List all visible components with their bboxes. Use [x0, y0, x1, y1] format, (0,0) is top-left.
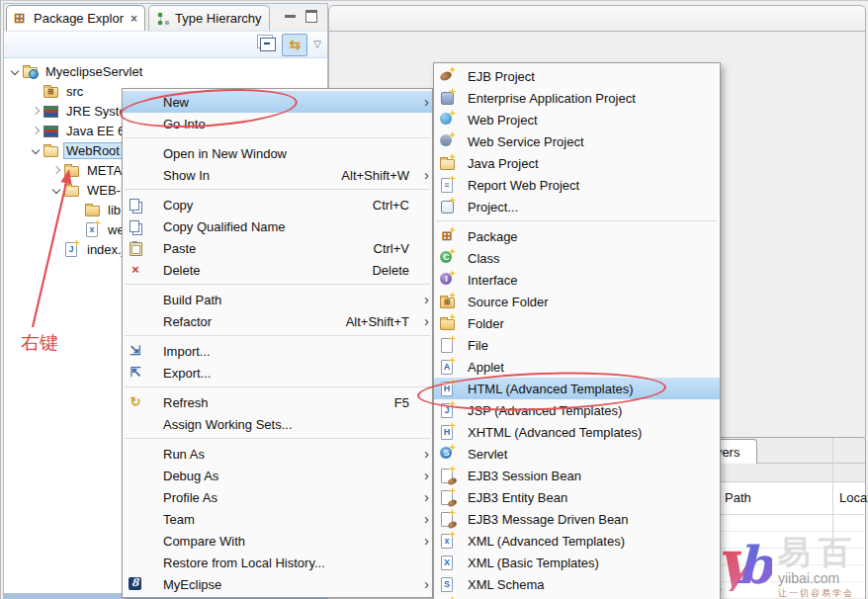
- menu-item-label: Delete: [163, 263, 201, 278]
- menu-separator: [125, 438, 430, 439]
- file-menu-item[interactable]: File: [434, 334, 720, 356]
- menu-item-label: Team: [163, 512, 195, 527]
- copy-qualified-name-menu-item[interactable]: Copy Qualified Name: [123, 215, 432, 237]
- menu-item-label: Report Web Project: [468, 178, 579, 193]
- collapse-all-icon[interactable]: [260, 38, 276, 51]
- view-menu-chevron-icon[interactable]: ▽: [313, 39, 321, 51]
- interface-icon: I: [439, 272, 455, 288]
- java-project-menu-item[interactable]: Java Project: [434, 152, 720, 174]
- folder-menu-item[interactable]: Folder: [434, 312, 720, 334]
- team-menu-item[interactable]: Team›: [123, 508, 432, 530]
- folder-icon: [63, 162, 79, 178]
- menu-item-label: Debug As: [163, 469, 218, 483]
- menu-separator: [125, 386, 430, 387]
- paste-menu-item[interactable]: PasteCtrl+V: [123, 237, 432, 259]
- tab-package-explorer[interactable]: ⊞ Package Explor ×: [6, 5, 145, 31]
- myeclipse-menu-item[interactable]: 8MyEclipse›: [123, 573, 432, 595]
- menu-item-shortcut: Ctrl+C: [373, 198, 419, 213]
- run-as-menu-item[interactable]: Run As›: [123, 443, 432, 465]
- xml-schema-menu-item[interactable]: SXML Schema: [434, 573, 720, 595]
- menu-separator: [125, 189, 430, 190]
- interface-menu-item[interactable]: IInterface: [434, 269, 720, 291]
- enterprise-application-project-menu-item[interactable]: Enterprise Application Project: [434, 87, 720, 109]
- expand-chevron-icon[interactable]: [49, 167, 63, 173]
- ejb-project-icon: [439, 68, 455, 84]
- class-menu-item[interactable]: CClass: [434, 247, 720, 269]
- xml-advanced-templates-menu-item[interactable]: xXML (Advanced Templates): [434, 530, 720, 552]
- link-with-editor-icon[interactable]: ⇆: [282, 34, 307, 56]
- collapse-chevron-icon[interactable]: [8, 68, 22, 74]
- export-menu-item[interactable]: ⇱Export...: [123, 362, 432, 384]
- menu-item-label: Go Into: [163, 117, 206, 131]
- ide-window: ⊞ Package Explor × Type Hierarchy ⇆ ▽ My…: [0, 0, 868, 599]
- menu-item-label: Refactor: [163, 314, 212, 329]
- menu-item-label: Copy Qualified Name: [163, 219, 286, 234]
- menu-item-label: JSP (Advanced Templates): [468, 403, 622, 418]
- icon-slot: [128, 489, 143, 505]
- import-menu-item[interactable]: ⇲Import...: [123, 340, 432, 362]
- refresh-menu-item[interactable]: ↻RefreshF5: [123, 391, 432, 413]
- column-header-path[interactable]: Path: [725, 490, 751, 505]
- collapse-chevron-icon[interactable]: [29, 147, 43, 153]
- menu-separator: [436, 220, 718, 221]
- copy-qualified-icon: [128, 218, 143, 234]
- ejb3-message-driven-bean-menu-item[interactable]: EJB3 Message Driven Bean: [434, 508, 720, 530]
- new-menu-item[interactable]: New›: [123, 91, 432, 113]
- web-project-menu-item[interactable]: Web Project: [434, 109, 720, 130]
- myeclipse-icon: 8: [128, 576, 143, 592]
- menu-item-label: Compare With: [163, 534, 245, 549]
- maximize-icon[interactable]: [305, 10, 317, 23]
- submenu-arrow-icon: ›: [419, 471, 429, 480]
- menu-item-label: Show In: [163, 168, 210, 183]
- servlet-menu-item[interactable]: SServlet: [434, 443, 720, 465]
- compare-with-menu-item[interactable]: Compare With›: [123, 530, 432, 552]
- tab-type-hierarchy[interactable]: Type Hierarchy: [148, 5, 269, 31]
- xhtml-advanced-templates-menu-item[interactable]: HXHTML (Advanced Templates): [434, 421, 720, 443]
- expand-chevron-icon[interactable]: [29, 128, 43, 133]
- item-menu-item[interactable]: [434, 595, 720, 599]
- show-in-menu-item[interactable]: Show InAlt+Shift+W›: [123, 164, 432, 186]
- paste-icon: [128, 240, 143, 256]
- menu-item-label: File: [468, 338, 488, 353]
- ejb3-entity-bean-menu-item[interactable]: EJB3 Entity Bean: [434, 486, 720, 508]
- web-service-project-menu-item[interactable]: Web Service Project: [434, 130, 720, 152]
- refactor-menu-item[interactable]: RefactorAlt+Shift+T›: [123, 310, 432, 332]
- expand-chevron-icon[interactable]: [29, 108, 43, 114]
- debug-as-menu-item[interactable]: Debug As›: [123, 465, 432, 486]
- applet-menu-item[interactable]: AApplet: [434, 356, 720, 378]
- minimize-icon[interactable]: [285, 15, 296, 18]
- folder-icon: [84, 202, 100, 217]
- delete-menu-item[interactable]: ×DeleteDelete: [123, 259, 432, 281]
- column-header-location[interactable]: Locat: [839, 490, 868, 505]
- menu-item-label: Java Project: [468, 156, 539, 171]
- ejb-project-menu-item[interactable]: EJB Project: [434, 65, 720, 87]
- copy-menu-item[interactable]: CopyCtrl+C: [123, 194, 432, 215]
- jsp-file-icon: J: [63, 241, 79, 257]
- package-menu-item[interactable]: ⊞Package: [434, 225, 720, 247]
- report-web-project-menu-item[interactable]: ≡Report Web Project: [434, 174, 720, 196]
- html-advanced-templates-menu-item[interactable]: HHTML (Advanced Templates): [434, 378, 720, 399]
- view-window-buttons: [285, 10, 327, 31]
- column-divider[interactable]: [832, 438, 833, 556]
- watermark-logo-b: b: [737, 534, 772, 597]
- xml-basic-templates-menu-item[interactable]: XXML (Basic Templates): [434, 552, 720, 573]
- jsp-advanced-templates-menu-item[interactable]: JJSP (Advanced Templates): [434, 399, 720, 421]
- enterprise-application-project-icon: [439, 90, 455, 106]
- menu-item-label: MyEclipse: [163, 577, 221, 592]
- icon-slot: [128, 446, 143, 462]
- open-in-new-window-menu-item[interactable]: Open in New Window: [123, 142, 432, 164]
- tree-item-myeclipseservlet[interactable]: MyeclipseServlet: [4, 61, 327, 81]
- watermark-slogan: 让一切容易学会: [778, 587, 859, 599]
- build-path-menu-item[interactable]: Build Path›: [123, 289, 432, 310]
- profile-as-menu-item[interactable]: Profile As›: [123, 486, 432, 508]
- close-icon[interactable]: ×: [130, 12, 137, 26]
- go-into-menu-item[interactable]: Go Into: [123, 113, 432, 134]
- assign-working-sets-menu-item[interactable]: Assign Working Sets...: [123, 413, 432, 435]
- source-folder-menu-item[interactable]: ⊞Source Folder: [434, 291, 720, 312]
- submenu-arrow-icon: ›: [419, 295, 429, 304]
- project-menu-item[interactable]: Project...: [434, 196, 720, 217]
- restore-from-local-history-menu-item[interactable]: Restore from Local History...: [123, 552, 432, 573]
- package-explorer-toolbar: ⇆ ▽: [4, 31, 327, 58]
- ejb3-session-bean-menu-item[interactable]: EJB3 Session Bean: [434, 465, 720, 486]
- collapse-chevron-icon[interactable]: [49, 187, 63, 193]
